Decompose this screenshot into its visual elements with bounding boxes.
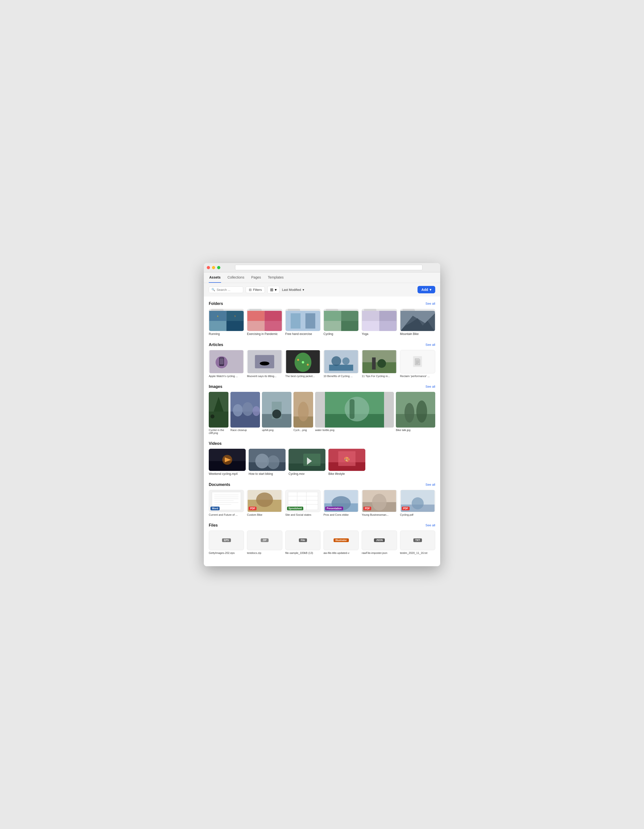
list-item[interactable]: Yoga <box>362 309 397 336</box>
list-item[interactable]: Cycling.mov <box>288 449 326 476</box>
list-item[interactable]: File file-sample_100kB (13) <box>285 531 321 555</box>
list-item[interactable]: Bike talk.jpg <box>396 392 435 432</box>
list-item[interactable]: Weekend cycling.mp4 <box>209 449 246 476</box>
list-item[interactable]: Apple Watch's cycling ... <box>209 350 244 378</box>
svg-rect-69 <box>396 414 435 427</box>
folder-name: Yoga <box>362 332 397 336</box>
list-item[interactable]: How to start biking <box>249 449 285 476</box>
folders-see-all[interactable]: See all <box>425 302 435 306</box>
url-bar[interactable] <box>235 265 422 270</box>
tab-templates[interactable]: Templates <box>267 273 284 283</box>
folders-title: Folders <box>209 301 223 306</box>
search-icon: 🔍 <box>211 288 215 292</box>
articles-grid: Apple Watch's cycling ... Muoverti says … <box>209 350 435 378</box>
list-item[interactable]: PDF Young Businessman... <box>362 490 397 516</box>
image-name: Cyclist in the cliff.png <box>209 429 228 435</box>
minimize-button[interactable] <box>212 266 215 269</box>
svg-rect-3 <box>227 321 244 331</box>
svg-text:🎨: 🎨 <box>344 456 350 462</box>
list-item[interactable]: PDF Cycling.pdf <box>400 490 435 516</box>
list-item[interactable]: Cyclist in the cliff.png <box>209 392 228 435</box>
documents-see-all[interactable]: See all <box>425 483 435 486</box>
list-item[interactable]: Presentation Pros and Cons ebike <box>323 490 359 516</box>
add-button[interactable]: Add ▾ <box>417 286 435 293</box>
list-item[interactable]: water bottle.png <box>315 392 394 432</box>
list-item[interactable]: Word Current and Future of ... <box>209 490 244 516</box>
search-input[interactable] <box>217 288 241 292</box>
svg-rect-13 <box>324 311 341 321</box>
svg-point-55 <box>242 402 253 416</box>
svg-rect-82 <box>303 454 321 466</box>
svg-point-30 <box>260 361 269 366</box>
video-name: Weekend cycling.mp4 <box>209 472 246 476</box>
view-toggle[interactable]: ⊞ ▾ <box>267 286 279 293</box>
article-name: Apple Watch's cycling ... <box>209 375 244 378</box>
list-item[interactable]: The best cycling jacket... <box>285 350 321 378</box>
tab-assets[interactable]: Assets <box>209 273 221 283</box>
folder-name: Free hand excercise <box>285 332 321 336</box>
doc-badge: PDF <box>402 507 409 510</box>
list-item[interactable]: Cycling <box>323 309 359 336</box>
list-item[interactable]: ZIP testdocs.zip <box>247 531 282 555</box>
svg-point-56 <box>253 406 260 416</box>
images-see-all[interactable]: See all <box>425 385 435 388</box>
svg-point-34 <box>297 359 299 361</box>
filters-button[interactable]: ⊟ Filters <box>246 287 265 293</box>
files-section: Files See all EPS GettyImages-202.eps ZI… <box>209 523 435 555</box>
list-item[interactable]: Cycli....png <box>293 392 313 432</box>
list-item[interactable]: Illustrator aw-file-title-updated-v <box>323 531 359 555</box>
images-grid: Cyclist in the cliff.png Race closeup <box>209 392 435 435</box>
list-item[interactable]: EPS GettyImages-202.eps <box>209 531 244 555</box>
image-name: Bike talk.jpg <box>396 429 435 432</box>
folder-name: Mountain Bike <box>400 332 435 336</box>
articles-see-all[interactable]: See all <box>425 343 435 347</box>
list-item[interactable]: Race closeup <box>230 392 260 432</box>
list-item[interactable]: 10 Benefits of Cycling ... <box>323 350 359 378</box>
folder-name: Exercising in Pandemic <box>247 332 282 336</box>
list-item[interactable]: 🚴 🏃 Running <box>209 309 244 336</box>
folders-header: Folders See all <box>209 301 435 306</box>
search-box[interactable]: 🔍 <box>209 287 243 293</box>
close-button[interactable] <box>207 266 210 269</box>
list-item[interactable]: Reclaim 'performance' ... <box>400 350 435 378</box>
file-name: aw-file-title-updated-v <box>323 552 359 555</box>
list-item[interactable]: 11 Tips For Cycling in... <box>362 350 397 378</box>
file-badge: File <box>299 538 307 542</box>
list-item[interactable]: uphill.png <box>262 392 291 432</box>
svg-rect-49 <box>209 411 228 427</box>
file-name: testim_2020_11_16.txt <box>400 552 435 555</box>
video-name: How to start biking <box>249 472 285 476</box>
videos-grid: Weekend cycling.mp4 How to start biking <box>209 449 435 476</box>
folders-section: Folders See all 🚴 <box>209 301 435 336</box>
svg-point-35 <box>307 364 309 366</box>
svg-point-114 <box>412 497 424 509</box>
sort-chevron-icon: ▾ <box>302 288 304 292</box>
sort-button[interactable]: Last Modified ▾ <box>282 288 304 292</box>
toolbar: 🔍 ⊟ Filters ⊞ ▾ Last Modified ▾ Add ▾ <box>204 283 440 296</box>
svg-rect-67 <box>350 399 354 419</box>
folder-name: Cycling <box>323 332 359 336</box>
svg-rect-19 <box>362 321 379 331</box>
doc-badge: PDF <box>249 507 257 510</box>
list-item[interactable]: JSON rawFile-imposter.json <box>362 531 397 555</box>
videos-header: Videos <box>209 441 435 446</box>
articles-header: Articles See all <box>209 343 435 347</box>
list-item[interactable]: PDF Custom Bike <box>247 490 282 516</box>
list-item[interactable]: Muoverti says its tilting... <box>247 350 282 378</box>
files-see-all[interactable]: See all <box>425 523 435 527</box>
file-badge: EPS <box>222 538 231 542</box>
video-name: Cycling.mov <box>288 472 326 476</box>
svg-rect-11 <box>290 313 300 329</box>
maximize-button[interactable] <box>217 266 220 269</box>
folders-grid: 🚴 🏃 Running <box>209 309 435 336</box>
files-title: Files <box>209 523 217 528</box>
tab-collections[interactable]: Collections <box>227 273 245 283</box>
tab-pages[interactable]: Pages <box>250 273 261 283</box>
list-item[interactable]: Free hand excercise <box>285 309 321 336</box>
videos-title: Videos <box>209 441 222 446</box>
list-item[interactable]: 🎨 Bike lifestyle <box>328 449 365 476</box>
list-item[interactable]: TXT testim_2020_11_16.txt <box>400 531 435 555</box>
list-item[interactable]: Mountain Bike <box>400 309 435 336</box>
list-item[interactable]: Spredsheet Site and Social states <box>285 490 321 516</box>
list-item[interactable]: Exercising in Pandemic <box>247 309 282 336</box>
